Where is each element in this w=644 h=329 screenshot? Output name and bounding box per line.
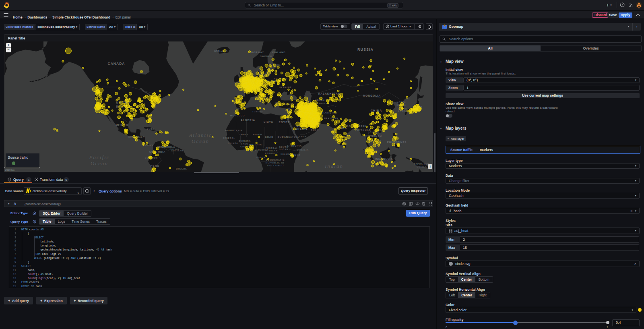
svg-text:CHAD: CHAD [265, 136, 273, 138]
svg-text:PANAMA: PANAMA [143, 145, 153, 147]
svg-text:FINLAND: FINLAND [272, 51, 285, 54]
svg-text:GUYANA: GUYANA [169, 149, 180, 151]
svg-text:GUINEA: GUINEA [417, 166, 427, 168]
svg-text:SUDAN: SUDAN [279, 148, 289, 151]
svg-text:TUNISIA: TUNISIA [252, 110, 263, 113]
svg-text:ETHIOPIA: ETHIOPIA [287, 145, 302, 147]
svg-text:NIGER: NIGER [253, 133, 262, 136]
svg-text:Ocean: Ocean [91, 160, 108, 166]
svg-text:FASO: FASO [241, 143, 248, 145]
svg-text:RUSSIA: RUSSIA [357, 48, 374, 52]
svg-text:Ocean: Ocean [192, 138, 209, 144]
svg-text:KOREA: KOREA [398, 110, 407, 112]
svg-text:CAMEROON: CAMEROON [255, 149, 269, 151]
svg-text:SUDAN: SUDAN [278, 136, 288, 138]
svg-text:CUBA: CUBA [147, 128, 154, 130]
svg-text:MEXICO: MEXICO [116, 124, 128, 126]
svg-text:BRAZIL: BRAZIL [176, 168, 187, 170]
svg-text:COLOMBIA: COLOMBIA [149, 151, 166, 153]
svg-text:Atlantic: Atlantic [188, 132, 212, 138]
svg-text:KAZAKHSTAN: KAZAKHSTAN [318, 92, 341, 95]
svg-text:PAPUA NEW: PAPUA NEW [414, 163, 430, 165]
svg-text:GUINEA: GUINEA [228, 142, 238, 145]
svg-text:ALGERIA: ALGERIA [241, 119, 255, 122]
svg-text:SENEGAL: SENEGAL [223, 137, 235, 139]
svg-text:PHILIPPINES: PHILIPPINES [387, 141, 407, 143]
svg-text:UKRAINE: UKRAINE [279, 86, 292, 89]
svg-text:MALI: MALI [241, 133, 248, 136]
svg-text:NORWAY: NORWAY [251, 51, 264, 54]
svg-text:THE CONGO: THE CONGO [267, 164, 284, 167]
svg-text:PAKISTAN: PAKISTAN [324, 117, 338, 120]
svg-text:INDONESIA: INDONESIA [375, 157, 393, 160]
svg-text:MONGOLIA: MONGOLIA [363, 94, 381, 97]
svg-text:SOMALIA: SOMALIA [297, 149, 309, 151]
svg-text:UGANDA: UGANDA [281, 153, 291, 155]
svg-text:Pacific: Pacific [89, 154, 110, 160]
svg-text:SWEDEN: SWEDEN [260, 55, 272, 58]
svg-text:CANADA: CANADA [108, 62, 125, 66]
svg-text:PERU: PERU [151, 164, 159, 167]
svg-text:BURKINA: BURKINA [239, 140, 251, 142]
svg-text:YEMEN: YEMEN [297, 135, 307, 138]
svg-text:MAURITANIA: MAURITANIA [225, 129, 243, 132]
svg-text:EGYPT: EGYPT [279, 121, 289, 124]
svg-text:REPUBLIC OF: REPUBLIC OF [266, 161, 285, 164]
svg-text:LIBYA: LIBYA [264, 120, 273, 123]
